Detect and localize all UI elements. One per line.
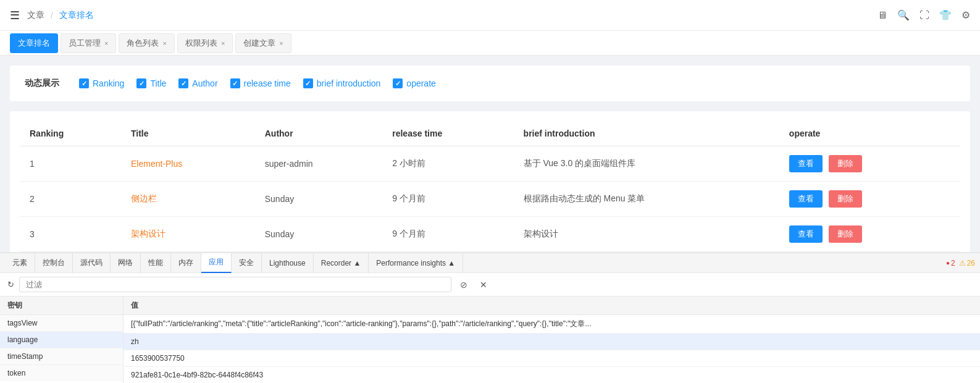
cell-title-1: Element-Plus bbox=[121, 146, 255, 182]
cell-operate-1: 查看 删除 bbox=[779, 146, 960, 182]
table-section: Ranking Title Author release time brief … bbox=[10, 111, 970, 262]
devtools-tab-memory[interactable]: 内存 bbox=[171, 253, 201, 272]
tab-employee-management[interactable]: 员工管理 × bbox=[61, 33, 116, 53]
checkbox-ranking-label: Ranking bbox=[93, 78, 124, 88]
cell-author-2: Sunday bbox=[255, 182, 383, 217]
breadcrumb-current: 文章排名 bbox=[59, 10, 94, 21]
tab-permission-list[interactable]: 权限列表 × bbox=[177, 33, 233, 53]
tab-article-ranking[interactable]: 文章排名 bbox=[10, 33, 58, 53]
tab-label: 员工管理 bbox=[69, 38, 101, 49]
view-button-1[interactable]: 查看 bbox=[789, 155, 823, 172]
devtools-tab-sources[interactable]: 源代码 bbox=[73, 253, 111, 272]
title-link-1[interactable]: Element-Plus bbox=[131, 159, 182, 169]
checkbox-title-box bbox=[136, 78, 146, 88]
devtools-tab-elements[interactable]: 元素 bbox=[5, 253, 35, 272]
cell-brief-intro-3: 架构设计 bbox=[514, 217, 779, 252]
devtools-tab-perf-insights[interactable]: Performance insights ▲ bbox=[369, 253, 463, 272]
tab-label: 角色列表 bbox=[127, 38, 159, 49]
devtools-panel: 元素 控制台 源代码 网络 性能 内存 应用 安全 Lighthouse Rec… bbox=[0, 252, 980, 272]
dynamic-label: 动态展示 bbox=[25, 78, 59, 89]
breadcrumb-separator: / bbox=[48, 11, 56, 20]
checkbox-ranking-box bbox=[79, 78, 89, 88]
fullscreen-icon[interactable]: ⛶ bbox=[919, 10, 929, 21]
cell-release-time-3: 9 个月前 bbox=[382, 217, 513, 252]
cell-ranking-3: 3 bbox=[20, 217, 121, 252]
col-ranking: Ranking bbox=[20, 121, 121, 146]
error-badge: ● 2 bbox=[946, 259, 955, 267]
cell-release-time-1: 2 小时前 bbox=[382, 146, 513, 182]
col-author: Author bbox=[255, 121, 383, 146]
tab-create-article[interactable]: 创建文章 × bbox=[235, 33, 291, 53]
tab-close-icon[interactable]: × bbox=[162, 40, 166, 47]
theme-icon[interactable]: 👕 bbox=[939, 9, 952, 21]
delete-button-3[interactable]: 删除 bbox=[829, 225, 862, 243]
checkbox-operate-label: operate bbox=[406, 78, 435, 88]
dynamic-section: 动态展示 Ranking Title Author release time b… bbox=[10, 65, 970, 101]
breadcrumb-parent: 文章 bbox=[27, 10, 44, 21]
col-release-time: release time bbox=[382, 121, 513, 146]
cell-ranking-2: 2 bbox=[20, 182, 121, 217]
checkbox-ranking[interactable]: Ranking bbox=[79, 78, 124, 88]
table-header-row: Ranking Title Author release time brief … bbox=[20, 121, 960, 146]
title-link-3[interactable]: 架构设计 bbox=[131, 229, 165, 238]
checkbox-operate-box bbox=[393, 78, 403, 88]
article-table: Ranking Title Author release time brief … bbox=[20, 121, 960, 252]
delete-button-1[interactable]: 删除 bbox=[829, 155, 862, 172]
tab-label: 创建文章 bbox=[243, 38, 275, 49]
col-brief-intro: brief introduction bbox=[514, 121, 779, 146]
devtools-tabs: 元素 控制台 源代码 网络 性能 内存 应用 安全 Lighthouse Rec… bbox=[0, 253, 980, 272]
devtools-tab-performance[interactable]: 性能 bbox=[141, 253, 171, 272]
devtools-tab-network[interactable]: 网络 bbox=[111, 253, 141, 272]
header-right: 🖥 🔍 ⛶ 👕 ⚙ bbox=[877, 9, 970, 21]
checkbox-release-time-label: release time bbox=[244, 78, 291, 88]
header: ☰ 文章 / 文章排名 🖥 🔍 ⛶ 👕 ⚙ bbox=[0, 0, 980, 31]
tab-label: 权限列表 bbox=[185, 38, 217, 49]
warn-badge: ⚠ 26 bbox=[959, 259, 975, 267]
main-content: 动态展示 Ranking Title Author release time b… bbox=[0, 56, 980, 272]
checkbox-operate[interactable]: operate bbox=[393, 78, 435, 88]
col-operate: operate bbox=[779, 121, 960, 146]
breadcrumb: 文章 / 文章排名 bbox=[27, 10, 94, 21]
checkbox-title[interactable]: Title bbox=[136, 78, 166, 88]
monitor-icon[interactable]: 🖥 bbox=[877, 10, 887, 21]
col-title: Title bbox=[121, 121, 255, 146]
title-link-2[interactable]: 侧边栏 bbox=[131, 193, 157, 203]
devtools-tab-recorder[interactable]: Recorder ▲ bbox=[314, 253, 369, 272]
settings-icon[interactable]: ⚙ bbox=[961, 9, 970, 21]
checkbox-group: Ranking Title Author release time brief … bbox=[79, 78, 436, 88]
table-row: 1 Element-Plus super-admin 2 小时前 基于 Vue … bbox=[20, 146, 960, 182]
cell-author-3: Sunday bbox=[255, 217, 383, 252]
checkbox-author[interactable]: Author bbox=[178, 78, 217, 88]
devtools-tab-application[interactable]: 应用 bbox=[201, 253, 232, 272]
cell-operate-2: 查看 删除 bbox=[779, 182, 960, 217]
checkbox-brief-intro-box bbox=[303, 78, 313, 88]
view-button-3[interactable]: 查看 bbox=[789, 225, 823, 243]
cell-author-1: super-admin bbox=[255, 146, 383, 182]
tabs-bar: 文章排名 员工管理 × 角色列表 × 权限列表 × 创建文章 × bbox=[0, 31, 980, 56]
devtools-tab-console[interactable]: 控制台 bbox=[35, 253, 73, 272]
warn-triangle-icon: ⚠ bbox=[959, 259, 966, 267]
hamburger-icon[interactable]: ☰ bbox=[10, 9, 20, 22]
devtools-tab-lighthouse[interactable]: Lighthouse bbox=[262, 253, 314, 272]
cell-operate-3: 查看 删除 bbox=[779, 217, 960, 252]
tab-label: 文章排名 bbox=[18, 38, 50, 49]
devtools-tab-security[interactable]: 安全 bbox=[232, 253, 262, 272]
checkbox-brief-intro-label: brief introduction bbox=[317, 78, 381, 88]
checkbox-author-box bbox=[178, 78, 188, 88]
cell-release-time-2: 9 个月前 bbox=[382, 182, 513, 217]
search-icon[interactable]: 🔍 bbox=[897, 9, 910, 21]
checkbox-brief-intro[interactable]: brief introduction bbox=[303, 78, 381, 88]
tab-close-icon[interactable]: × bbox=[104, 40, 108, 47]
view-button-2[interactable]: 查看 bbox=[789, 190, 823, 208]
table-row: 3 架构设计 Sunday 9 个月前 架构设计 查看 删除 bbox=[20, 217, 960, 252]
cell-title-3: 架构设计 bbox=[121, 217, 255, 252]
cell-brief-intro-1: 基于 Vue 3.0 的桌面端组件库 bbox=[514, 146, 779, 182]
checkbox-release-time[interactable]: release time bbox=[230, 78, 291, 88]
cell-brief-intro-2: 根据路由动态生成的 Menu 菜单 bbox=[514, 182, 779, 217]
tab-close-icon[interactable]: × bbox=[279, 40, 283, 47]
error-circle-icon: ● bbox=[946, 259, 950, 266]
tab-close-icon[interactable]: × bbox=[221, 40, 225, 47]
table-row: 2 侧边栏 Sunday 9 个月前 根据路由动态生成的 Menu 菜单 查看 … bbox=[20, 182, 960, 217]
tab-role-list[interactable]: 角色列表 × bbox=[119, 33, 174, 53]
delete-button-2[interactable]: 删除 bbox=[829, 190, 862, 208]
